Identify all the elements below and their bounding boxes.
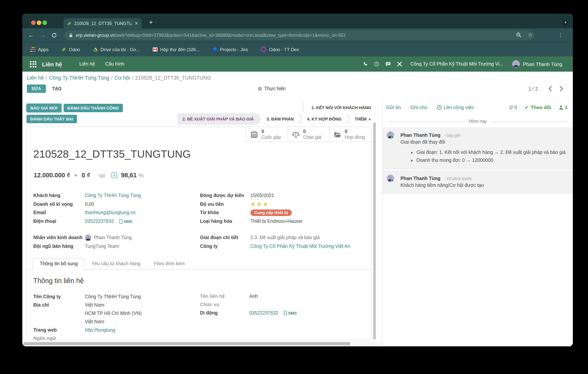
tab-close-icon[interactable]: ✕ xyxy=(135,21,138,26)
star-icon[interactable]: ★ xyxy=(251,201,256,207)
horizontal-scrollbar[interactable] xyxy=(23,342,350,345)
salesperson-avatar xyxy=(85,235,91,241)
bookmark-jira[interactable]: Projects - Jira xyxy=(212,47,248,52)
sms-button[interactable]: SMS xyxy=(284,311,297,315)
bookmark-star-icon[interactable]: ☆ xyxy=(528,32,533,38)
star-icon[interactable]: ★ xyxy=(263,201,268,207)
support-icon[interactable] xyxy=(397,62,402,66)
chatter-message: Phan Thanh Tùng - 10 phút trước Khách hà… xyxy=(383,171,573,194)
messages-icon[interactable] xyxy=(385,61,391,67)
contracts-stat-button[interactable]: 0Hợp đồng xyxy=(329,127,371,142)
schedule-activity-button[interactable]: Lên công việc xyxy=(437,105,474,110)
browser-titlebar: 210528_12_DTT35_TUNGTUN ✕ + ▼ xyxy=(22,14,573,28)
stage-item-4[interactable]: 4. KÝ HỢP ĐỒNG xyxy=(302,117,346,121)
stage-more-button[interactable]: THÊM▼ xyxy=(350,117,371,121)
quotations-stat-button[interactable]: 0Chào giá xyxy=(288,127,329,142)
follow-button[interactable]: ✔ Theo dõi xyxy=(525,105,551,110)
star-icon[interactable]: ★ xyxy=(257,201,262,207)
mobile-link[interactable]: 03522237832 xyxy=(249,310,278,316)
message-author[interactable]: Phan Thanh Tùng xyxy=(400,176,441,181)
new-quotation-button[interactable]: BÁO GIÁ MỚI xyxy=(27,104,61,112)
mark-won-button[interactable]: ĐÁNH DẤU THÀNH CÔNG xyxy=(63,104,123,112)
app-title: Liên hệ xyxy=(42,61,62,67)
send-message-button[interactable]: Gửi tin xyxy=(386,105,401,110)
bookmark-apps[interactable]: Apps xyxy=(30,47,49,52)
chatter-panel: Gửi tin Ghi chú Lên công việc xyxy=(382,101,573,346)
chevron-down-icon: ▼ xyxy=(368,118,371,121)
probability-auto-icon[interactable]: ✓ xyxy=(112,172,117,178)
action-menu-button[interactable]: ⚙ Thực hiện xyxy=(258,86,286,92)
stage-item-1[interactable]: 1. KẾT NỐI VỚI KHÁCH HÀNG xyxy=(303,103,371,113)
bookmark-gmail[interactable]: Hộp thư đến (326... xyxy=(152,47,200,52)
edit-button[interactable]: SỬA xyxy=(27,85,46,93)
zoom-window-button[interactable] xyxy=(42,21,47,25)
minimize-window-button[interactable] xyxy=(37,21,41,25)
company-link[interactable]: Công Ty Cổ Phần Kỹ Thuật Môi Trường Việt… xyxy=(251,244,350,249)
attachments-button[interactable]: 0 xyxy=(508,105,517,110)
email-link[interactable]: thanhtung@tungtung.vn xyxy=(85,210,136,215)
message-author[interactable]: Phan Thanh Tùng xyxy=(400,133,441,138)
back-button[interactable]: ← xyxy=(28,32,34,38)
bookmark-drive[interactable]: Drive của tôi - Go... xyxy=(93,47,140,52)
field-expected-sales: Doanh số kì vọng 0,00 xyxy=(33,200,196,208)
activity-clock-icon[interactable] xyxy=(374,61,379,67)
contact-right: Tên liên hệ Anh Chức vụ Di động 03522237… xyxy=(200,292,297,317)
customer-link[interactable]: Công Ty TNHH Tùng Tùng xyxy=(85,193,141,198)
form-sheet: 0Cuộc gặp 0Chào giá xyxy=(27,127,371,340)
apps-menu-icon[interactable] xyxy=(30,61,36,67)
odoo-navbar: Liên hệ Liên hệ Cấu hình Công Ty Cổ xyxy=(22,56,573,72)
menu-config[interactable]: Cấu hình xyxy=(105,61,124,67)
browser-toolbar: ← → erp.vietan-group.vn/web?debug=0#id=3… xyxy=(22,28,573,42)
new-tab-button[interactable]: + xyxy=(149,19,153,27)
tab-extra-info[interactable]: Thông tin bổ sung xyxy=(33,258,84,270)
company-switcher[interactable]: Công Ty Cổ Phần Kỹ Thuật Môi Trường Vi..… xyxy=(410,61,503,67)
log-note-button[interactable]: Ghi chú xyxy=(410,105,427,110)
stage-separator-icon xyxy=(299,113,302,125)
scale-icon xyxy=(292,130,300,138)
pager-next-button[interactable] xyxy=(558,86,563,91)
contact-left: Tên Công ty Công Ty TNHH Tùng Tùng Địa c… xyxy=(33,292,196,342)
jira-icon xyxy=(212,47,217,52)
vertical-scrollbar[interactable] xyxy=(373,122,376,340)
phone-link[interactable]: 03522237832 xyxy=(85,219,114,224)
control-panel: Liên hệ/Công Ty TNHH Tùng Tùng/Cơ hội/21… xyxy=(22,72,573,101)
followers-button[interactable]: 1 xyxy=(559,105,567,110)
website-link[interactable]: http://tungtung xyxy=(85,327,115,333)
user-menu[interactable]: Phan Thanh Tùng xyxy=(512,60,562,68)
tab-customer-request[interactable]: Yêu cầu từ khách hàng xyxy=(84,258,147,270)
stage-item-3[interactable]: 3. ĐÀM PHÁN xyxy=(262,117,299,121)
field-detail-stage: Giai đoạn chi tiết 2.3. Đề xuất giải phá… xyxy=(200,234,350,242)
bookmark-odoo[interactable]: Odoo xyxy=(61,47,80,52)
meetings-stat-button[interactable]: 0Cuộc gặp xyxy=(246,127,288,142)
browser-menu-icon[interactable]: ⋮ xyxy=(558,32,563,37)
browser-window: 210528_12_DTT35_TUNGTUN ✕ + ▼ ← → erp.vi… xyxy=(22,14,573,346)
message-time: - bây giờ xyxy=(444,133,461,138)
forward-button[interactable]: → xyxy=(40,32,46,38)
breadcrumb-opportunity[interactable]: Cơ hội xyxy=(115,75,130,81)
odoo-favicon-icon xyxy=(67,21,72,26)
breadcrumb-contacts[interactable]: Liên hệ xyxy=(27,75,44,81)
reload-button[interactable] xyxy=(52,32,57,38)
desktop: 210528_12_DTT35_TUNGTUN ✕ + ▼ ← → erp.vi… xyxy=(0,0,588,374)
bookmark-odoo-tt-dev[interactable]: Odoo - TT Dev xyxy=(261,47,299,52)
mark-lost-button[interactable]: ĐÁNH DẤU THẤT BẠI xyxy=(27,115,77,123)
stage-item-2-active[interactable]: 2. ĐỀ XUẤT GIẢI PHÁP VÀ BÁO GIÁ xyxy=(177,113,262,125)
person-icon xyxy=(559,105,563,110)
user-name: Phan Thanh Tùng xyxy=(523,61,562,67)
message-body: Khách hàng tiềm năng/Cơ hội được tạo xyxy=(400,183,567,188)
tag-pill[interactable]: Cung cấp thiết bị xyxy=(251,210,292,216)
stage-pipeline: 1. KẾT NỐI VỚI KHÁCH HÀNG 2. ĐỀ XUẤT GIẢ… xyxy=(177,103,371,125)
breadcrumb-company[interactable]: Công Ty TNHH Tùng Tùng xyxy=(49,75,109,81)
pager-previous-button[interactable] xyxy=(549,86,554,91)
notebook-tabs: Thông tin bổ sung Yêu cầu từ khách hàng … xyxy=(27,258,371,270)
browser-tab[interactable]: 210528_12_DTT35_TUNGTUN ✕ xyxy=(64,18,142,28)
zoom-page-icon[interactable] xyxy=(516,32,521,38)
menu-contacts[interactable]: Liên hệ xyxy=(79,61,95,67)
sms-button[interactable]: SMS xyxy=(120,219,132,224)
close-window-button[interactable] xyxy=(31,21,36,25)
create-button[interactable]: TẠO xyxy=(52,86,62,91)
url-bar[interactable]: erp.vietan-group.vn/web?debug=0#id=37993… xyxy=(64,30,534,40)
search-tabs-button[interactable]: ▼ xyxy=(562,19,569,26)
phone-icon[interactable] xyxy=(363,61,368,67)
tab-files[interactable]: Files đính kèm xyxy=(147,258,192,270)
